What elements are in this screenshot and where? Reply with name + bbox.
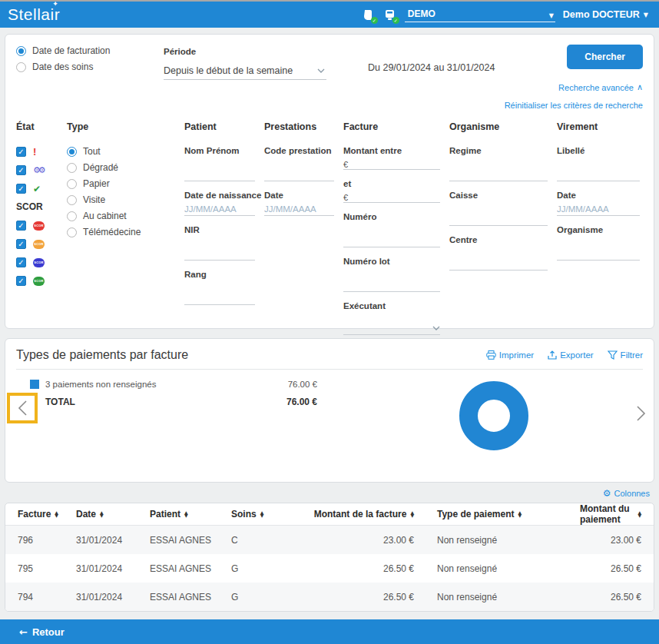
sort-montant-facture[interactable]: Montant de la facture▲▼ bbox=[290, 509, 414, 520]
type-option-label: Papier bbox=[83, 178, 110, 189]
table-row[interactable]: 796 31/01/2024 ESSAI AGNES C 23.00 € Non… bbox=[5, 526, 654, 554]
type-option-degrade[interactable]: Dégradé bbox=[67, 162, 184, 173]
workspace-select[interactable]: DEMO ▼ bbox=[405, 7, 555, 22]
checkbox-checked[interactable]: ✓ bbox=[16, 165, 26, 175]
nom-prenom-input[interactable] bbox=[184, 168, 255, 181]
cell-date: 31/01/2024 bbox=[76, 535, 150, 546]
checkbox-checked[interactable]: ✓ bbox=[16, 276, 26, 286]
scor-orange-filter[interactable]: ✓ SCOR bbox=[16, 238, 67, 250]
checkbox-checked[interactable]: ✓ bbox=[16, 257, 26, 267]
cell-montant-paiement: 26.50 € bbox=[580, 592, 641, 603]
code-prestation-input[interactable] bbox=[264, 168, 334, 181]
virement-date-input[interactable] bbox=[557, 203, 640, 216]
table-row[interactable]: 795 31/01/2024 ESSAI AGNES G 26.50 € Non… bbox=[5, 554, 654, 583]
col-montant-paiement-label: Montant du paiement bbox=[580, 503, 634, 525]
centre-input[interactable] bbox=[449, 257, 548, 271]
regime-input[interactable] bbox=[449, 168, 548, 181]
scor-red-filter[interactable]: ✓ SCOR bbox=[16, 220, 67, 231]
radio-unselected-icon[interactable] bbox=[67, 195, 77, 205]
type-option-label: Tout bbox=[83, 146, 101, 157]
sort-type-paiement[interactable]: Type de paiement▲▼ bbox=[414, 509, 580, 520]
col-soins-label: Soins bbox=[231, 509, 257, 520]
user-menu[interactable]: Demo DOCTEUR ▼ bbox=[563, 9, 648, 20]
type-option-au-cabinet[interactable]: Au cabinet bbox=[67, 211, 184, 221]
periode-select[interactable]: Depuis le début de la semaine bbox=[164, 61, 326, 80]
radio-unselected-icon[interactable] bbox=[67, 163, 77, 173]
libelle-input[interactable] bbox=[557, 168, 640, 181]
reset-criteria-link[interactable]: Réinitialiser les critères de recherche bbox=[505, 101, 643, 110]
caisse-input[interactable] bbox=[449, 213, 548, 226]
sort-date[interactable]: Date▲▼ bbox=[76, 509, 150, 520]
nom-prenom-label: Nom Prénom bbox=[184, 146, 264, 155]
retour-button[interactable]: ← Retour bbox=[19, 626, 65, 638]
radio-unselected-icon[interactable] bbox=[67, 179, 77, 189]
type-option-papier[interactable]: Papier bbox=[67, 178, 184, 189]
checkbox-checked[interactable]: ✓ bbox=[16, 184, 26, 194]
legend-color-swatch bbox=[30, 380, 39, 389]
radio-unselected-icon[interactable] bbox=[16, 62, 26, 72]
etat-processing-filter[interactable]: ✓ ⚙⚙ bbox=[16, 164, 67, 176]
type-option-visite[interactable]: Visite bbox=[67, 194, 184, 205]
scor-blue-badge: SCOR bbox=[33, 258, 45, 267]
executant-select[interactable] bbox=[343, 322, 440, 335]
gears-icon: ⚙⚙ bbox=[33, 165, 44, 175]
sort-soins[interactable]: Soins▲▼ bbox=[231, 509, 290, 520]
radio-selected-icon[interactable] bbox=[16, 46, 26, 56]
cell-date: 31/01/2024 bbox=[76, 563, 150, 574]
exporter-button[interactable]: Exporter bbox=[548, 350, 593, 360]
radio-date-soins-label: Date des soins bbox=[32, 61, 93, 72]
cps-status-badge: ✓ bbox=[371, 17, 378, 24]
retour-label: Retour bbox=[32, 626, 65, 638]
checkbox-checked[interactable]: ✓ bbox=[16, 147, 26, 157]
date-naissance-input[interactable] bbox=[184, 203, 255, 216]
cell-type-paiement: Non renseigné bbox=[414, 563, 580, 574]
card-reader-icon[interactable]: ✓ bbox=[383, 8, 397, 22]
chart-total-row: TOTAL 76.00 € bbox=[16, 397, 317, 407]
cps-card-icon[interactable]: ✓ bbox=[362, 8, 376, 22]
imprimer-button[interactable]: Imprimer bbox=[486, 350, 534, 360]
organisme-column-title: Organisme bbox=[449, 121, 557, 132]
colonnes-button[interactable]: ⚙ Colonnes bbox=[603, 488, 650, 499]
libelle-label: Libellé bbox=[557, 146, 649, 155]
table-row[interactable]: 794 31/01/2024 ESSAI AGNES G 26.50 € Non… bbox=[5, 583, 654, 611]
type-option-tout[interactable]: Tout bbox=[67, 146, 184, 157]
cell-montant-facture: 26.50 € bbox=[290, 592, 414, 603]
radio-unselected-icon[interactable] bbox=[67, 227, 77, 237]
sort-montant-paiement[interactable]: Montant du paiement▲▼ bbox=[580, 503, 641, 525]
radio-unselected-icon[interactable] bbox=[67, 211, 77, 221]
carousel-prev-button[interactable] bbox=[18, 400, 28, 417]
radio-selected-icon[interactable] bbox=[67, 147, 77, 157]
currency-symbol: € bbox=[343, 193, 351, 202]
checkbox-checked[interactable]: ✓ bbox=[16, 239, 26, 249]
recherche-avancee-link[interactable]: Recherche avancée ∧ bbox=[558, 82, 643, 92]
type-option-telemedecine[interactable]: Télémédecine bbox=[67, 227, 184, 237]
scor-blue-filter[interactable]: ✓ SCOR bbox=[16, 257, 67, 268]
donut-slice-non-renseigne[interactable] bbox=[469, 390, 519, 441]
currency-symbol: € bbox=[343, 160, 351, 169]
prestation-date-input[interactable] bbox=[264, 203, 334, 216]
etat-ok-filter[interactable]: ✓ ✔ bbox=[16, 183, 67, 194]
radio-date-soins[interactable]: Date des soins bbox=[16, 61, 164, 72]
checkbox-checked[interactable]: ✓ bbox=[16, 221, 26, 231]
scor-green-filter[interactable]: ✓ SCOR bbox=[16, 275, 67, 287]
sort-patient[interactable]: Patient▲▼ bbox=[150, 509, 231, 520]
cell-montant-facture: 23.00 € bbox=[290, 535, 414, 546]
numero-input[interactable] bbox=[343, 234, 440, 247]
etat-error-filter[interactable]: ✓ ! bbox=[16, 146, 67, 158]
cell-type-paiement: Non renseigné bbox=[414, 592, 580, 603]
caisse-label: Caisse bbox=[449, 191, 557, 200]
nir-input[interactable] bbox=[184, 247, 255, 261]
rang-input[interactable] bbox=[184, 292, 255, 305]
virement-organisme-input[interactable] bbox=[557, 247, 640, 261]
search-panel: Date de facturation Date des soins Pério… bbox=[5, 34, 654, 329]
sort-facture[interactable]: Facture▲▼ bbox=[18, 509, 76, 520]
radio-date-facturation[interactable]: Date de facturation bbox=[16, 45, 164, 56]
chevron-down-icon: ▼ bbox=[644, 12, 648, 18]
chevron-down-icon bbox=[432, 326, 440, 330]
donut-chart bbox=[459, 381, 528, 453]
carousel-next-button[interactable] bbox=[636, 405, 646, 422]
code-prestation-label: Code prestation bbox=[264, 146, 343, 155]
filtrer-button[interactable]: Filtrer bbox=[608, 350, 643, 360]
chercher-button[interactable]: Chercher bbox=[567, 45, 643, 69]
numero-lot-input[interactable] bbox=[343, 279, 440, 292]
